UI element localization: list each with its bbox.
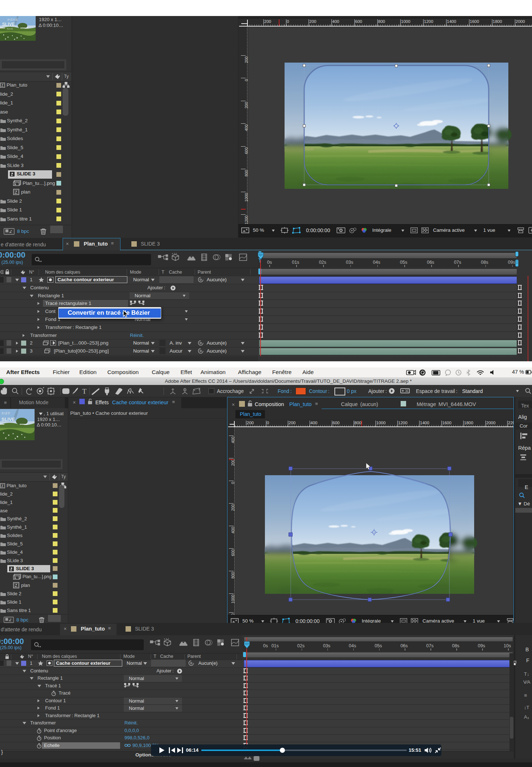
svg-text:TV·FI: TV·FI bbox=[7, 28, 13, 30]
svg-text:SLIVE: SLIVE bbox=[2, 22, 15, 27]
svg-text:T: T bbox=[82, 388, 87, 395]
svg-text:かばさ: かばさ bbox=[1, 412, 11, 415]
svg-text:かばさほ: かばさほ bbox=[7, 18, 18, 21]
svg-text:SLIVE: SLIVE bbox=[1, 417, 15, 422]
